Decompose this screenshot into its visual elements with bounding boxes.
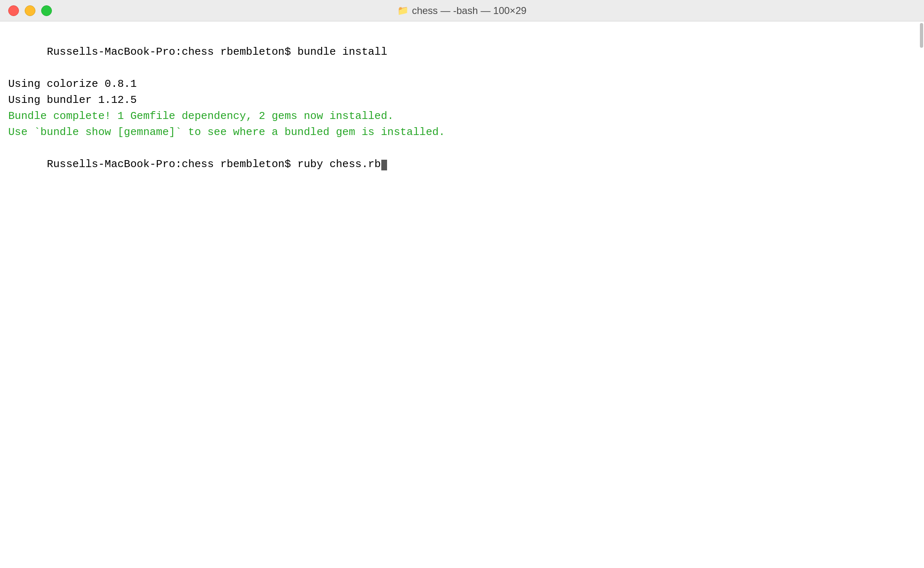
terminal-line-3: Using bundler 1.12.5 <box>8 92 916 108</box>
terminal-body[interactable]: Russells-MacBook-Pro:chess rbembleton$ b… <box>0 21 924 568</box>
terminal-line-5: Use `bundle show [gemname]` to see where… <box>8 124 916 140</box>
terminal-line-4: Bundle complete! 1 Gemfile dependency, 2… <box>8 108 916 124</box>
titlebar: 📁 chess — -bash — 100×29 <box>0 0 924 21</box>
window-title: 📁 chess — -bash — 100×29 <box>397 5 526 16</box>
scrollbar-thumb[interactable] <box>920 23 923 48</box>
terminal-line-6: Russells-MacBook-Pro:chess rbembleton$ r… <box>8 140 916 189</box>
terminal-line-2: Using colorize 0.8.1 <box>8 76 916 92</box>
cursor <box>381 160 387 170</box>
maximize-button[interactable] <box>41 5 52 16</box>
close-button[interactable] <box>8 5 19 16</box>
command-1: bundle install <box>297 46 387 58</box>
prompt-1: Russells-MacBook-Pro:chess rbembleton$ <box>47 46 298 58</box>
title-label: chess — -bash — 100×29 <box>412 5 526 16</box>
prompt-2: Russells-MacBook-Pro:chess rbembleton$ <box>47 158 298 170</box>
command-2: ruby chess.rb <box>297 158 381 170</box>
terminal-window: 📁 chess — -bash — 100×29 Russells-MacBoo… <box>0 0 924 568</box>
minimize-button[interactable] <box>25 5 35 16</box>
terminal-line-1: Russells-MacBook-Pro:chess rbembleton$ b… <box>8 28 916 76</box>
folder-icon: 📁 <box>397 5 408 16</box>
traffic-lights <box>8 5 52 16</box>
